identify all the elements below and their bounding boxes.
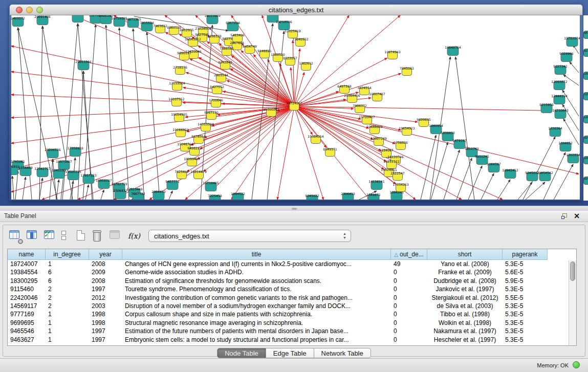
graph-node[interactable]: 2084413 [151,190,166,200]
splitter-handle-icon[interactable] [292,208,297,210]
graph-node[interactable]: 1104658 [583,92,588,100]
zoom-window-button[interactable] [36,7,43,13]
graph-node[interactable]: 9245012 [583,136,588,144]
citation-network-graph[interactable]: 2403572206914061085328715276079466160107… [11,15,580,200]
graph-node[interactable]: 7845083 [400,67,414,76]
graph-node[interactable]: 12133564 [169,81,185,91]
graph-node[interactable]: 7963822 [153,24,167,33]
table-row[interactable]: 1456911722003Disruption of a novel membe… [8,302,576,310]
graph-node[interactable]: 1145193 [52,168,66,179]
graph-node[interactable]: 8522057 [283,56,297,65]
new-table-icon[interactable] [77,230,89,243]
graph-node[interactable]: 19166852 [172,128,189,137]
tab-network-table[interactable]: Network Table [314,348,371,358]
graph-node[interactable]: 9890157 [177,51,191,60]
table-selector-dropdown[interactable]: citations_edges.txt ▲▼ [148,230,351,242]
graph-node[interactable]: 1700646 [209,98,223,107]
graph-node[interactable]: 15718485 [203,181,219,191]
table-row[interactable]: 946554611997Estimation of the future num… [8,327,576,335]
graph-node[interactable]: 9245022 [305,194,319,200]
graph-node[interactable]: 2403572 [11,16,25,27]
graph-node[interactable]: 16033809 [204,15,221,24]
graph-node[interactable]: 13640932 [292,37,309,47]
graph-node[interactable]: 9273413 [583,49,588,57]
graph-node[interactable]: 9146821 [257,49,272,58]
graph-node[interactable]: 16914479 [190,170,207,179]
graph-node[interactable]: 10974943 [384,50,401,59]
graph-node[interactable]: 13505135 [65,170,81,180]
row-height-icon[interactable] [61,231,74,243]
column-header-year[interactable]: year [89,249,122,260]
graph-node[interactable]: 15720407 [359,115,375,124]
table-row[interactable]: 1830029562008Estimation of significance … [8,277,576,285]
graph-node[interactable]: 8860128 [167,26,181,35]
graph-node[interactable]: 20364456 [344,94,360,103]
table-row[interactable]: 969969511998Structural magnetic resonanc… [8,319,576,327]
table-row[interactable]: 977716911998Corpus callosum shape and si… [8,310,576,318]
panel-splitter[interactable] [0,206,588,211]
memory-ok-indicator-icon[interactable] [573,361,580,368]
graph-node[interactable]: 9245023 [583,177,588,185]
graph-node[interactable]: 12444154 [551,94,568,104]
graph-node[interactable]: 9164587 [487,162,501,172]
graph-node[interactable]: 9457771 [165,180,180,190]
float-panel-icon[interactable] [561,213,568,220]
network-window-titlebar[interactable]: citations_edges.txt [10,5,582,15]
function-builder-icon[interactable]: f(x) [128,232,140,244]
graph-node[interactable]: 19654923 [399,126,415,136]
graph-node[interactable]: 10688609 [366,125,383,134]
close-panel-icon[interactable]: ✕ [574,212,580,220]
graph-node[interactable]: 1202834 [566,153,580,163]
graph-node[interactable]: 12325419 [285,29,301,38]
graph-node[interactable]: 8454749 [243,45,257,54]
graph-node[interactable]: 9329966 [559,52,574,62]
graph-node[interactable]: 7586585 [220,47,234,56]
graph-node[interactable]: 1362612 [299,61,313,71]
graph-node[interactable]: 19384554 [308,135,324,144]
graph-node[interactable]: 19054935 [171,113,187,122]
graph-node[interactable]: 9227342 [553,64,568,75]
graph-node[interactable]: 2522547 [390,171,405,181]
graph-node[interactable]: 8912935 [180,28,194,37]
table-row[interactable]: 2242004622012Investigating the contribut… [8,294,576,302]
graph-node[interactable]: 14136141 [368,180,385,190]
graph-node[interactable]: 8427552 [210,85,224,94]
graph-node[interactable]: 20053346 [75,60,92,70]
graph-node[interactable]: 1210364 [548,126,562,137]
column-header-title[interactable]: title [122,249,391,260]
graph-node[interactable]: 16648784 [445,46,461,56]
graph-node[interactable]: 6497568 [337,84,352,94]
column-header-in_degree[interactable]: in_degree [46,249,89,260]
graph-node[interactable]: 7625402 [175,170,189,179]
graph-node[interactable]: 9699695 [417,118,431,127]
graph-node[interactable]: 16671365 [125,17,141,28]
graph-node[interactable]: 8357224 [226,21,240,31]
graph-node[interactable]: 9756928 [394,141,408,150]
graph-node[interactable]: 10954542 [537,171,553,181]
delete-table-icon[interactable] [93,230,105,243]
network-view-canvas[interactable]: 2403572206914061085328715276079466160107… [11,15,580,200]
scrollbar-thumb[interactable] [570,261,575,281]
graph-node[interactable]: 10945452 [502,168,518,179]
graph-node[interactable]: 20691406 [34,15,51,25]
graph-node[interactable]: 8267130 [204,111,219,120]
minimize-window-button[interactable] [26,7,33,13]
graph-node[interactable]: 1093445 [583,156,588,164]
graph-node[interactable]: 20206536 [45,148,61,158]
graph-node[interactable]: 9812304 [583,31,588,39]
graph-node[interactable]: 8215958 [539,103,554,113]
import-table-icon[interactable]: ✔✔✔ [44,230,56,243]
vertical-scrollbar[interactable] [569,260,576,345]
graph-node[interactable]: 7986372 [353,104,367,113]
graph-node[interactable]: 1559581 [583,72,588,80]
table-row[interactable]: 1938455462009Genome-wide association stu… [8,268,576,276]
graph-node[interactable]: 16210643 [552,108,569,119]
graph-node[interactable]: 2803144 [214,73,228,82]
graph-node[interactable]: 17359928 [67,146,83,157]
graph-node[interactable]: 12093872 [551,80,568,90]
network-window[interactable]: citations_edges.txt 24035722069140610853… [9,4,583,201]
graph-node[interactable]: 12342757 [34,167,51,177]
graph-node[interactable]: 16958107 [96,179,112,189]
graph-node[interactable]: 2306413 [341,192,355,200]
column-header-pagerank[interactable]: pagerank [503,249,548,260]
